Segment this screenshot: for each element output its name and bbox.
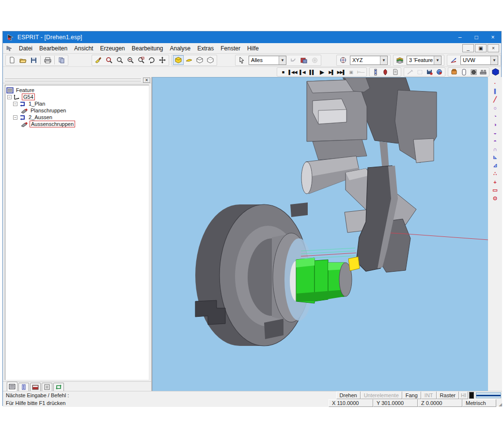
parallel-lines-icon[interactable]: ∥: [490, 87, 501, 95]
zoom-in-icon[interactable]: [104, 55, 114, 65]
wireframe-cube-icon[interactable]: [194, 55, 205, 65]
rewind-button[interactable]: ▌◀◀: [288, 68, 298, 76]
zoom-icon[interactable]: [114, 55, 125, 65]
close-button[interactable]: ×: [485, 31, 501, 43]
report-page-icon[interactable]: [390, 68, 400, 76]
step-back-button[interactable]: ▌◀: [298, 68, 307, 76]
spindle-tool-icon[interactable]: [380, 68, 390, 76]
simulation-speed-slider[interactable]: [476, 392, 501, 398]
shaded-solid-icon[interactable]: [173, 55, 184, 65]
tree-row-g54[interactable]: − G54: [6, 93, 148, 100]
pause-button[interactable]: ▌▌: [307, 68, 317, 76]
stock-icon[interactable]: [449, 68, 459, 76]
speed-marker[interactable]: [469, 392, 474, 399]
resize-grip[interactable]: ◢: [496, 399, 502, 407]
record-icon[interactable]: [309, 55, 320, 65]
bolt-circle-icon[interactable]: ⊙: [490, 194, 501, 202]
layers-icon[interactable]: [394, 55, 405, 65]
mode-toggle-raster[interactable]: Raster: [437, 391, 459, 399]
vise-icon[interactable]: [478, 68, 488, 76]
menu-ansicht[interactable]: Ansicht: [71, 44, 96, 53]
minimize-button[interactable]: –: [452, 31, 468, 43]
save-icon[interactable]: [28, 55, 39, 65]
tree-row-planschruppen[interactable]: Planschruppen: [6, 107, 148, 114]
workplane-combo[interactable]: XYZ ▼: [350, 56, 388, 65]
tree-expander-icon[interactable]: −: [7, 95, 12, 99]
tree-row-plan[interactable]: − 1_Plan: [6, 100, 148, 107]
clamp-icon[interactable]: [371, 68, 380, 76]
rectangle-icon[interactable]: ▭: [490, 186, 501, 194]
chevron-down-icon[interactable]: ▼: [490, 56, 498, 64]
circle-half-icon[interactable]: ◑: [490, 120, 501, 128]
tools-tab[interactable]: [18, 383, 29, 391]
menu-analyse[interactable]: Analyse: [167, 44, 194, 53]
hidden-line-cube-icon[interactable]: [205, 55, 216, 65]
fillet-icon[interactable]: ⊾: [490, 153, 501, 161]
mode-toggle-drehen[interactable]: Drehen: [336, 391, 361, 399]
menu-erzeugen[interactable]: Erzeugen: [96, 44, 128, 53]
layer-combo[interactable]: 3 'Feature (« ▼: [407, 56, 441, 65]
workplane-icon[interactable]: [338, 55, 348, 65]
mdi-close-button[interactable]: ×: [488, 44, 499, 52]
circle-top-icon[interactable]: ◓: [490, 137, 501, 145]
sync-tab[interactable]: [53, 383, 64, 391]
play-button[interactable]: ▶: [317, 68, 327, 76]
print-icon[interactable]: [42, 55, 53, 65]
tree-row-feature[interactable]: Feature: [6, 87, 148, 93]
cross-icon[interactable]: +: [490, 178, 501, 186]
circle-icon[interactable]: ○: [490, 104, 501, 112]
chuck-ball-icon[interactable]: [469, 68, 478, 76]
selection-filter-combo[interactable]: Alles ▼: [249, 56, 286, 65]
zoom-out-icon[interactable]: [125, 55, 136, 65]
maximize-button[interactable]: □: [468, 31, 485, 43]
to-end-button[interactable]: ▶▶▌: [336, 68, 346, 76]
select-cursor-icon[interactable]: [236, 55, 247, 65]
pan-icon[interactable]: [157, 55, 168, 65]
point-icon[interactable]: ·: [490, 79, 501, 87]
menu-datei[interactable]: Datei: [16, 44, 36, 53]
uvw-axes-icon[interactable]: [448, 55, 459, 65]
mode-toggle-int[interactable]: INT: [421, 391, 437, 399]
menu-bearbeitung[interactable]: Bearbeitung: [128, 44, 167, 53]
redraw-brush-icon[interactable]: [93, 55, 104, 65]
axes-combo[interactable]: UVW ▼: [460, 56, 498, 65]
mask-icon[interactable]: [299, 55, 309, 65]
new-file-icon[interactable]: [7, 55, 17, 65]
zoom-window-icon[interactable]: [136, 55, 146, 65]
circle-bottom-icon[interactable]: ◒: [490, 128, 501, 137]
loop-button[interactable]: ▣: [346, 68, 356, 76]
menu-fenster[interactable]: Fenster: [217, 44, 244, 53]
rotate-view-icon[interactable]: [146, 55, 157, 65]
tree-expander-icon[interactable]: −: [13, 115, 17, 120]
chevron-down-icon[interactable]: ▼: [279, 56, 286, 64]
menu-hilfe[interactable]: Hilfe: [244, 44, 262, 53]
tree-expander-icon[interactable]: −: [13, 102, 17, 106]
arc-icon[interactable]: ∩: [490, 145, 501, 153]
chevron-down-icon[interactable]: ▼: [434, 56, 441, 64]
undo-icon[interactable]: [288, 55, 299, 65]
menu-bearbeiten[interactable]: Bearbeiten: [36, 44, 71, 53]
mode-toggle-fang[interactable]: Fang: [402, 391, 421, 399]
sphere-view-icon[interactable]: [434, 68, 444, 76]
chevron-down-icon[interactable]: ▼: [380, 56, 387, 64]
open-file-icon[interactable]: [17, 55, 28, 65]
step-forward-button[interactable]: ▶▌: [327, 68, 336, 76]
line-icon[interactable]: ╱: [490, 95, 501, 104]
shaded-swoosh-icon[interactable]: [184, 55, 194, 65]
operations-tab[interactable]: [30, 383, 41, 391]
mdi-restore-button[interactable]: ▣: [475, 44, 487, 52]
mdi-minimize-button[interactable]: _: [462, 44, 474, 52]
point-pattern-icon[interactable]: ∴: [490, 170, 501, 178]
graphics-viewport[interactable]: [152, 77, 488, 391]
mode-toggle-hi[interactable]: HI: [459, 391, 468, 399]
chamfer-icon[interactable]: ⊿: [490, 161, 501, 170]
tree-row-aussenschruppen[interactable]: Aussenschruppen: [6, 121, 148, 127]
menu-extras[interactable]: Extras: [194, 44, 217, 53]
feature-tab[interactable]: [7, 382, 17, 391]
part-icon[interactable]: [459, 68, 469, 76]
mode-toggle-unterelemente[interactable]: Unterelemente: [361, 391, 402, 399]
ghost-box-icon[interactable]: [415, 68, 425, 76]
copy-icon[interactable]: [56, 55, 67, 65]
stop-button[interactable]: ■: [278, 68, 288, 76]
properties-tab[interactable]: [42, 383, 52, 391]
